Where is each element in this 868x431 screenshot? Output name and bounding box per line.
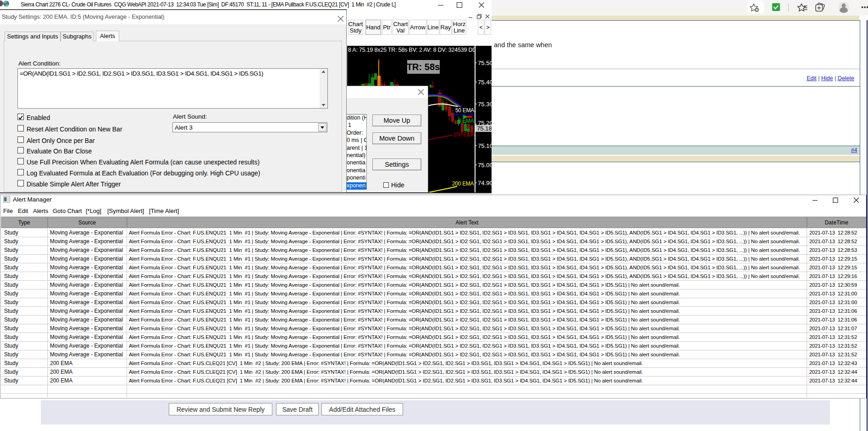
- svg-text:TR: 58s: TR: 58s: [407, 62, 440, 72]
- svg-text:75.50: 75.50: [478, 60, 492, 66]
- svg-text:50 EMA: 50 EMA: [455, 107, 474, 114]
- svg-text:75.10: 75.10: [478, 142, 492, 149]
- svg-text:74.90: 74.90: [478, 180, 492, 186]
- svg-text:200 EMA: 200 EMA: [452, 180, 474, 187]
- svg-text:75.18: 75.18: [477, 125, 492, 132]
- svg-text:8 A: 75.19 8x25 TR: 58s BV: 2: 8 A: 75.19 8x25 TR: 58s BV: 2 AV: 8 DV: …: [348, 47, 490, 53]
- svg-text:8 EMA: 8 EMA: [458, 118, 474, 124]
- svg-text:75.00: 75.00: [478, 162, 492, 169]
- svg-text:75.40: 75.40: [478, 79, 492, 86]
- svg-text:100 EMA: 100 EMA: [453, 131, 475, 138]
- svg-text:75.30: 75.30: [478, 101, 492, 108]
